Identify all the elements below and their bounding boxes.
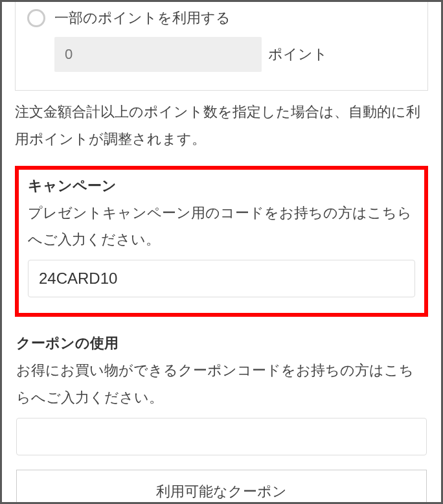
available-coupons-button[interactable]: 利用可能なクーポン	[16, 470, 427, 504]
campaign-section: キャンペーン プレゼントキャンペーン用のコードをお持ちの方はこちらへご入力くださ…	[15, 166, 428, 317]
campaign-title: キャンペーン	[28, 176, 415, 196]
points-input-row: ポイント	[27, 37, 416, 72]
coupon-title: クーポンの使用	[16, 334, 427, 353]
campaign-code-input[interactable]	[28, 260, 415, 297]
points-section: 一部のポイントを利用する ポイント	[15, 2, 428, 91]
campaign-desc: プレゼントキャンペーン用のコードをお持ちの方はこちらへご入力ください。	[28, 200, 415, 254]
partial-points-label: 一部のポイントを利用する	[54, 8, 231, 28]
coupon-desc: お得にお買い物ができるクーポンコードをお持ちの方はこちらへご入力ください。	[16, 357, 427, 411]
coupon-code-input[interactable]	[16, 418, 427, 455]
points-input[interactable]	[54, 37, 262, 72]
coupon-section: クーポンの使用 お得にお買い物ができるクーポンコードをお持ちの方はこちらへご入力…	[15, 334, 428, 504]
partial-points-option[interactable]: 一部のポイントを利用する	[27, 8, 416, 28]
radio-icon	[27, 9, 45, 27]
points-note: 注文金額合計以上のポイント数を指定した場合は、自動的に利用ポイントが調整されます…	[15, 98, 428, 153]
points-suffix: ポイント	[268, 45, 328, 64]
